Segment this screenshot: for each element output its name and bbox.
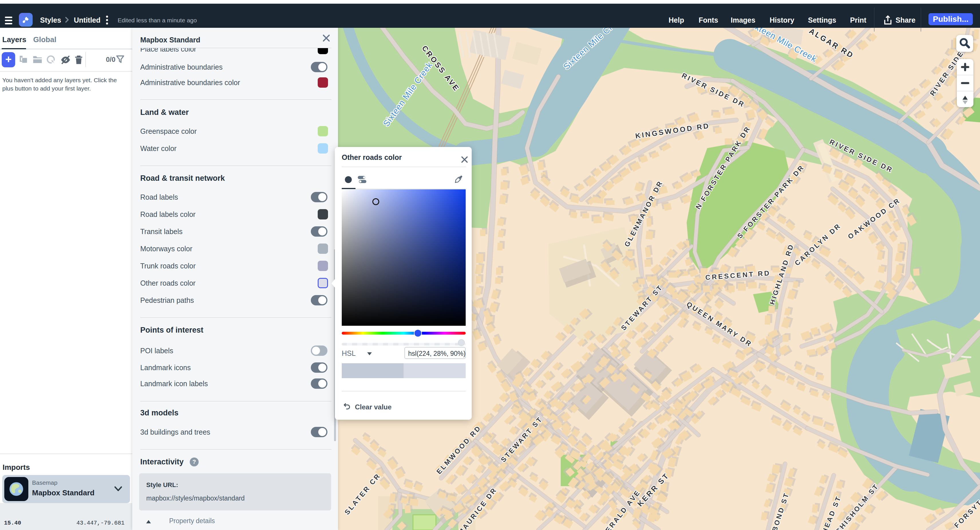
svg-text:?: ? <box>192 459 196 465</box>
